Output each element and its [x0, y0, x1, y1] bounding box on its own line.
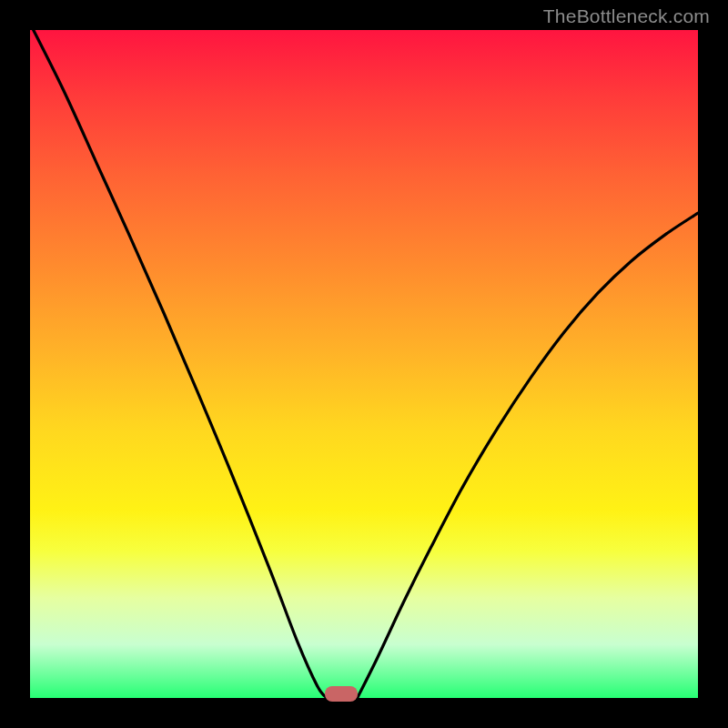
curve-right-branch	[358, 213, 698, 698]
curve-left-branch	[30, 30, 327, 698]
watermark-text: TheBottleneck.com	[543, 5, 710, 27]
optimal-range-marker	[325, 686, 359, 702]
plot-area	[30, 30, 698, 698]
bottleneck-curve	[30, 30, 698, 698]
